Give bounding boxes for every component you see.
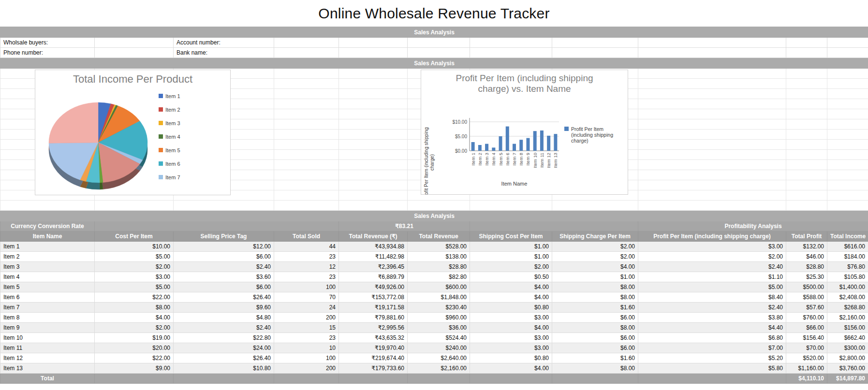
value-cell[interactable]: $1.10 [638, 272, 786, 282]
item-name-cell[interactable]: Item 4 [0, 272, 95, 282]
empty-cell[interactable] [827, 180, 868, 190]
empty-cell[interactable] [339, 89, 408, 99]
empty-cell[interactable] [274, 140, 339, 150]
value-cell[interactable]: $7.00 [638, 343, 786, 353]
total-label[interactable]: Total [0, 374, 95, 384]
value-cell[interactable]: $6.80 [638, 333, 786, 343]
currency-conversion-label[interactable]: Currency Conversion Rate [0, 221, 95, 231]
value-cell[interactable]: $2.00 [638, 252, 786, 262]
value-cell[interactable]: $3.00 [95, 272, 174, 282]
empty-cell[interactable] [274, 170, 339, 180]
value-cell[interactable]: 100 [274, 353, 339, 363]
item-name-cell[interactable]: Item 7 [0, 303, 95, 313]
value-cell[interactable]: 23 [274, 252, 339, 262]
value-cell[interactable]: $2,160.00 [408, 363, 470, 374]
total-profit-value[interactable]: $4,110.10 [786, 374, 827, 384]
empty-cell[interactable] [638, 109, 786, 119]
value-cell[interactable]: $156.00 [827, 323, 868, 333]
value-cell[interactable]: $0.80 [470, 303, 552, 313]
value-cell[interactable]: $6.00 [552, 343, 638, 353]
value-cell[interactable]: $105.80 [827, 272, 868, 282]
value-cell[interactable]: $1.60 [552, 353, 638, 363]
empty-cell[interactable] [638, 89, 786, 99]
column-header[interactable]: Total Sold [274, 231, 339, 242]
empty-cell[interactable] [786, 130, 827, 140]
currency-rate-value[interactable]: ₹83.21 [339, 221, 470, 231]
empty-cell[interactable] [638, 160, 786, 170]
value-cell[interactable]: $4.00 [470, 323, 552, 333]
empty-cell[interactable] [638, 180, 786, 190]
empty-cell[interactable] [339, 160, 408, 170]
value-cell[interactable]: $8.00 [552, 292, 638, 303]
value-cell[interactable]: $4.00 [95, 313, 174, 323]
value-cell[interactable]: $268.80 [827, 303, 868, 313]
value-cell[interactable]: $1,400.00 [827, 282, 868, 292]
value-cell[interactable]: $2.00 [552, 242, 638, 252]
empty-cell[interactable] [274, 201, 339, 211]
value-cell[interactable]: $6.00 [552, 333, 638, 343]
value-cell[interactable]: 23 [274, 333, 339, 343]
empty-cell[interactable] [274, 79, 339, 89]
value-cell[interactable]: $22.00 [95, 292, 174, 303]
column-header[interactable]: Total Revenue [408, 231, 470, 242]
empty-cell[interactable] [274, 190, 339, 201]
value-cell[interactable]: $4.00 [470, 363, 552, 374]
empty-cell[interactable] [786, 109, 827, 119]
empty-cell[interactable] [786, 201, 827, 211]
value-cell[interactable]: $76.80 [827, 262, 868, 272]
empty-cell[interactable] [339, 109, 408, 119]
value-cell[interactable]: $3.00 [638, 242, 786, 252]
value-cell[interactable]: $500.00 [786, 282, 827, 292]
value-cell[interactable]: $36.00 [408, 323, 470, 333]
empty-cell[interactable] [552, 201, 638, 211]
item-name-cell[interactable]: Item 10 [0, 333, 95, 343]
value-cell[interactable]: ₹19,970.40 [339, 343, 408, 353]
account-number-label-cell[interactable]: Account number: [174, 38, 274, 48]
value-cell[interactable]: ₹19,171.58 [339, 303, 408, 313]
empty-cell[interactable] [638, 79, 786, 89]
value-cell[interactable]: 200 [274, 363, 339, 374]
empty-cell[interactable] [339, 79, 408, 89]
value-cell[interactable]: ₹2,995.56 [339, 323, 408, 333]
value-cell[interactable]: $22.00 [95, 353, 174, 363]
empty-cell[interactable] [827, 109, 868, 119]
value-cell[interactable]: 24 [274, 303, 339, 313]
empty-cell[interactable] [827, 170, 868, 180]
value-cell[interactable]: 10 [274, 343, 339, 353]
column-header[interactable]: Total Profit [786, 231, 827, 242]
value-cell[interactable]: $138.00 [408, 252, 470, 262]
value-cell[interactable]: $9.60 [174, 303, 274, 313]
value-cell[interactable]: $588.00 [786, 292, 827, 303]
value-cell[interactable]: $25.30 [786, 272, 827, 282]
value-cell[interactable]: 100 [274, 282, 339, 292]
value-cell[interactable]: $2.00 [95, 323, 174, 333]
value-cell[interactable]: $156.40 [786, 333, 827, 343]
value-cell[interactable]: $2,160.00 [827, 313, 868, 323]
value-cell[interactable]: $6.00 [174, 252, 274, 262]
value-cell[interactable]: 12 [274, 262, 339, 272]
value-cell[interactable]: $0.50 [470, 272, 552, 282]
value-cell[interactable]: $9.00 [95, 363, 174, 374]
empty-cell[interactable] [274, 69, 339, 79]
wholesale-buyers-label-cell[interactable]: Wholsale buyers: [0, 38, 95, 48]
empty-cell[interactable] [339, 150, 408, 160]
value-cell[interactable]: $5.00 [95, 282, 174, 292]
column-header[interactable]: Total Income [827, 231, 868, 242]
value-cell[interactable]: $28.80 [408, 262, 470, 272]
item-name-cell[interactable]: Item 13 [0, 363, 95, 374]
value-cell[interactable]: $3.00 [470, 313, 552, 323]
empty-cell[interactable] [827, 99, 868, 109]
empty-cell[interactable] [638, 170, 786, 180]
value-cell[interactable]: $4.40 [638, 323, 786, 333]
value-cell[interactable]: 44 [274, 242, 339, 252]
value-cell[interactable]: $46.00 [786, 252, 827, 262]
item-name-cell[interactable]: Item 3 [0, 262, 95, 272]
value-cell[interactable]: $8.40 [638, 292, 786, 303]
value-cell[interactable]: $520.00 [786, 353, 827, 363]
empty-cell[interactable] [827, 150, 868, 160]
item-name-cell[interactable]: Item 8 [0, 313, 95, 323]
value-cell[interactable]: $5.80 [638, 363, 786, 374]
empty-cell[interactable] [408, 201, 470, 211]
value-cell[interactable]: $524.40 [408, 333, 470, 343]
value-cell[interactable]: $4.80 [174, 313, 274, 323]
